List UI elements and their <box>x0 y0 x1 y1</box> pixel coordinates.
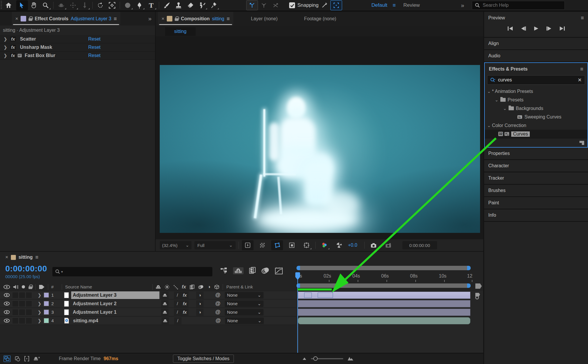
solo-cell[interactable] <box>19 292 25 298</box>
layer-row-3[interactable]: ❯ 3 Adjustment Layer 1 / fx ◑ @ None⌄ <box>0 308 296 316</box>
quality-switch[interactable]: / <box>174 300 181 307</box>
toolbar-overflow-chevrons[interactable]: » <box>461 2 464 9</box>
snapshot-camera-icon[interactable] <box>368 240 379 250</box>
zoom-slider-knob[interactable] <box>313 356 318 361</box>
lock-cell[interactable] <box>26 309 32 315</box>
tree-presets-folder[interactable]: ⌄ Presets <box>485 96 587 104</box>
transparency-grid-icon[interactable] <box>256 240 268 250</box>
lock-cell[interactable] <box>26 292 32 298</box>
in-out-brackets-icon[interactable] <box>24 356 29 361</box>
roto-brush-tool[interactable] <box>196 0 208 10</box>
camera-roi-tool[interactable] <box>106 0 118 10</box>
layer-name[interactable]: Adjustment Layer 2 <box>71 301 159 306</box>
character-panel-header[interactable]: Character <box>484 160 588 172</box>
timeline-timecode[interactable]: 0:00:00:00 00000 (25.00 fps) <box>5 264 47 279</box>
shy-switch[interactable] <box>161 300 169 307</box>
solo-cell[interactable] <box>19 309 25 315</box>
exposure-value[interactable]: +0.0 <box>348 243 357 248</box>
time-ruler[interactable]: 0s 02s 04s 06s 08s 10s 12 <box>297 272 483 282</box>
layer-bar-1[interactable] <box>298 292 470 299</box>
expand-chevron-icon[interactable]: ❯ <box>38 301 41 306</box>
type-tool[interactable]: T <box>145 0 157 10</box>
parent-dropdown[interactable]: None⌄ <box>225 309 264 315</box>
toolbar-drag-handle[interactable] <box>1 1 2 10</box>
effect-row-scatter[interactable]: ❯ fx Scatter Reset <box>0 35 155 43</box>
puppet-pin-tool[interactable] <box>208 0 220 10</box>
fx-switch[interactable]: fx <box>181 292 189 299</box>
dolly-camera-tool[interactable] <box>79 0 91 10</box>
layer-row-2[interactable]: ❯ 2 Adjustment Layer 2 / fx ◑ @ None⌄ <box>0 300 296 308</box>
effect-row-unsharp-mask[interactable]: ❯ fx Unsharp Mask Reset <box>0 43 155 51</box>
expand-chevron-icon[interactable]: ❯ <box>4 53 7 58</box>
panel-menu-icon[interactable]: ≡ <box>35 255 39 260</box>
lock-icon[interactable] <box>175 16 179 21</box>
toggle-switches-modes-button[interactable]: Toggle Switches / Modes <box>173 355 234 363</box>
layer-name[interactable]: sitting.mp4 <box>71 318 160 323</box>
layer-row-4[interactable]: ❯ 4 sitting.mp4 / fx ◑ @ None⌄ <box>0 317 296 325</box>
expand-chevron-icon[interactable]: ❯ <box>4 36 7 42</box>
effect-reset-link[interactable]: Reset <box>88 45 101 50</box>
graph-editor-icon[interactable] <box>275 267 283 275</box>
resolution-dropdown[interactable]: Full ⌄ <box>194 241 236 249</box>
mask-visibility-icon[interactable] <box>271 240 283 250</box>
orbit-camera-tool[interactable] <box>55 0 67 10</box>
timeline-zoom-slider[interactable] <box>311 358 343 359</box>
label-color-swatch[interactable] <box>44 310 49 315</box>
snap-along-edges-icon[interactable] <box>319 0 330 10</box>
shy-switch[interactable] <box>161 309 169 316</box>
label-color-swatch[interactable] <box>44 293 49 298</box>
panel-menu-icon[interactable]: ≡ <box>581 15 584 21</box>
viewer-sitting-tab[interactable]: sitting <box>165 27 196 36</box>
quality-switch[interactable]: / <box>174 292 181 299</box>
parent-dropdown[interactable]: None⌄ <box>225 318 264 324</box>
effects-search-input[interactable] <box>498 77 575 83</box>
world-axis-mode-icon[interactable] <box>258 0 270 10</box>
shy-switch[interactable] <box>161 317 169 324</box>
pen-tool[interactable] <box>134 0 145 10</box>
expand-chevron-icon[interactable]: ❯ <box>38 310 41 315</box>
eye-icon[interactable] <box>4 302 10 305</box>
chevron-down-icon[interactable]: ⌄ <box>487 89 491 94</box>
effect-reset-link[interactable]: Reset <box>88 53 101 58</box>
audio-panel-header[interactable]: Audio <box>484 50 588 62</box>
effect-row-fast-box-blur[interactable]: ❯ fx Fast Box Blur Reset <box>0 51 155 60</box>
label-color-swatch[interactable] <box>44 301 49 306</box>
lock-cell[interactable] <box>26 300 32 307</box>
next-frame-button[interactable] <box>545 25 554 32</box>
timeline-search-input[interactable] <box>64 269 209 274</box>
layer-bar-4[interactable] <box>298 317 470 324</box>
adjustment-layer-switch[interactable]: ◑ <box>196 300 204 307</box>
audio-cell[interactable] <box>12 318 19 324</box>
playhead-line[interactable] <box>297 272 298 354</box>
expand-chevron-icon[interactable]: ❯ <box>38 293 41 298</box>
align-panel-header[interactable]: Align <box>484 38 588 50</box>
fast-previews-icon[interactable] <box>242 240 254 250</box>
panel-menu-icon[interactable]: ≡ <box>114 16 117 21</box>
tree-curves-effect[interactable]: 32 Curves <box>485 130 587 138</box>
new-panel-icon[interactable] <box>579 141 584 145</box>
layer-bar-3[interactable] <box>298 309 470 316</box>
eye-icon[interactable] <box>4 319 10 323</box>
parent-dropdown[interactable]: None⌄ <box>225 292 264 298</box>
rotation-tool[interactable] <box>94 0 106 10</box>
paint-panel-header[interactable]: Paint <box>484 197 588 209</box>
clear-search-icon[interactable]: ✕ <box>578 77 582 83</box>
selection-tool[interactable] <box>16 0 28 10</box>
previous-frame-button[interactable] <box>519 25 528 32</box>
eraser-tool[interactable] <box>184 0 196 10</box>
work-area-bar[interactable] <box>297 283 471 288</box>
effect-controls-tab[interactable]: × Effect Controls Adjustment Layer 3 ≡ <box>12 12 120 26</box>
composition-mini-flowchart-icon[interactable] <box>220 267 228 275</box>
search-help-input[interactable] <box>483 3 550 8</box>
timeline-search-box[interactable]: ▾ <box>52 267 212 276</box>
shy-switch[interactable] <box>161 292 169 299</box>
frame-blending-icon[interactable] <box>249 267 256 275</box>
hand-tool[interactable] <box>28 0 40 10</box>
close-icon[interactable]: × <box>5 254 8 260</box>
pan-camera-tool[interactable] <box>67 0 79 10</box>
tracker-panel-header[interactable]: Tracker <box>484 172 588 185</box>
effect-reset-link[interactable]: Reset <box>88 36 101 42</box>
zoom-tool[interactable] <box>40 0 51 10</box>
timeline-tab[interactable]: × sitting ≡ <box>0 252 483 263</box>
source-name-column-header[interactable]: Source Name <box>65 284 92 289</box>
